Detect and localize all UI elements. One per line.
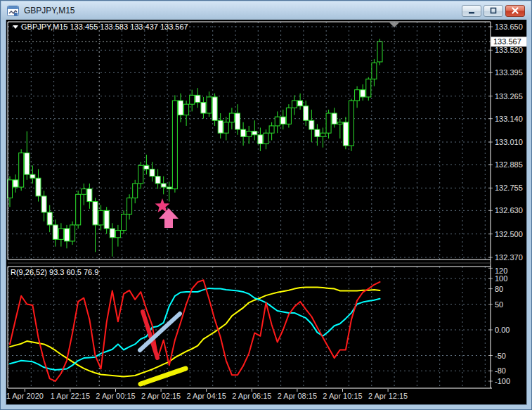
candle-body — [201, 103, 206, 113]
candle-body — [70, 225, 75, 241]
close-icon — [510, 6, 521, 15]
title-bar[interactable]: GBPJPY,M15 — [1, 1, 531, 20]
candle-body — [58, 229, 63, 239]
candle-body — [292, 101, 297, 108]
candle-body — [53, 225, 58, 240]
ohlc-header: GBPJPY,M15 133.455 133.583 133.437 133.5… — [21, 23, 188, 31]
candle-body — [87, 189, 92, 202]
window-title: GBPJPY,M15 — [24, 6, 74, 15]
candle-body — [212, 97, 217, 120]
price-axis-label: 132.630 — [495, 206, 523, 214]
candle-body — [122, 214, 126, 231]
restore-button[interactable] — [484, 5, 503, 17]
price-axis-label: 132.755 — [495, 184, 523, 192]
close-button[interactable] — [505, 5, 525, 17]
candle-body — [150, 169, 155, 176]
candle-body — [269, 126, 274, 133]
window-controls — [462, 5, 525, 17]
candle-body — [65, 229, 70, 241]
candle-body — [172, 101, 177, 189]
time-axis-label: 1 Apr 22:15 — [51, 392, 90, 400]
candle-body — [207, 97, 212, 113]
minimize-button[interactable] — [462, 5, 481, 17]
candle-body — [315, 129, 320, 136]
candle-body — [337, 122, 342, 124]
candle-body — [195, 95, 200, 102]
candle-body — [76, 194, 81, 225]
indicator-axis-label: -100 — [495, 377, 510, 385]
candle-body — [30, 174, 35, 178]
candle-body — [309, 120, 314, 129]
candle-body — [241, 129, 246, 136]
candle-body — [264, 133, 268, 143]
candle-body — [13, 180, 18, 187]
candle-body — [179, 101, 183, 115]
indicator-axis-label: -50 — [495, 352, 506, 360]
candle-body — [93, 202, 98, 225]
time-axis-label: 2 Apr 06:15 — [232, 392, 271, 400]
price-axis-label: 132.885 — [495, 160, 523, 169]
candle-body — [332, 113, 337, 124]
candle-body — [138, 165, 143, 184]
candle-body — [343, 122, 348, 146]
chart-client-bg[interactable] — [6, 20, 526, 404]
chart-window-icon — [7, 6, 19, 16]
candle-body — [155, 177, 160, 184]
current-price-value: 133.567 — [493, 37, 521, 46]
candle-body — [349, 101, 354, 146]
candle-body — [41, 196, 46, 212]
candle-body — [320, 133, 325, 136]
candle-body — [377, 41, 382, 62]
candle-body — [110, 229, 115, 238]
candle-body — [161, 184, 166, 187]
time-axis-label: 2 Apr 12:15 — [368, 392, 408, 400]
price-axis-label: 133.520 — [495, 46, 523, 54]
indicator-label: R(9,26,52) 93.3 60.5 76.9 — [11, 268, 98, 276]
candle-body — [36, 178, 41, 196]
candle-body — [19, 153, 24, 187]
candle-body — [275, 117, 280, 126]
candle-body — [229, 113, 234, 122]
chart-canvas[interactable]: 133.650133.520133.395133.265133.140133.0… — [1, 1, 532, 410]
candle-body — [372, 63, 377, 79]
time-axis-label: 2 Apr 02:15 — [141, 392, 181, 400]
price-axis-label: 133.010 — [495, 138, 523, 146]
indicator-axis-label: 100 — [495, 274, 507, 283]
chart-window: 133.650133.520133.395133.265133.140133.0… — [0, 0, 532, 410]
time-axis-label: 2 Apr 08:15 — [278, 392, 317, 400]
candle-body — [280, 117, 285, 124]
candle-body — [247, 132, 252, 137]
candle-body — [190, 95, 195, 104]
candle-body — [298, 101, 303, 106]
candle-body — [223, 122, 228, 133]
candle-body — [235, 113, 240, 129]
restore-icon — [488, 6, 499, 15]
price-axis-label: 133.650 — [495, 23, 523, 31]
candle-body — [98, 210, 103, 225]
candle-body — [218, 120, 223, 133]
time-axis-label: 2 Apr 00:15 — [96, 392, 135, 400]
price-axis-label: 133.140 — [495, 115, 523, 123]
indicator-axis-label: 0.00 — [495, 326, 510, 334]
candle-body — [304, 106, 309, 121]
price-axis-label: 133.265 — [495, 92, 523, 101]
candle-body — [25, 153, 30, 174]
price-axis-label: 132.370 — [495, 253, 523, 262]
candle-body — [258, 135, 263, 144]
price-axis-label: 132.500 — [495, 230, 523, 238]
minimize-icon — [466, 6, 477, 15]
candle-body — [115, 231, 120, 238]
candle-body — [326, 113, 331, 133]
candle-body — [366, 79, 371, 97]
time-axis-label: 2 Apr 04:15 — [187, 392, 226, 400]
candle-body — [133, 184, 138, 198]
candle-body — [104, 210, 109, 229]
price-axis-label: 133.395 — [495, 68, 523, 77]
candle-body — [8, 180, 13, 198]
indicator-axis-label: -80 — [495, 366, 506, 375]
indicator-axis-label: 50 — [495, 300, 503, 309]
candle-body — [144, 165, 149, 169]
indicator-axis-label: 80 — [495, 285, 503, 293]
candle-body — [361, 90, 365, 97]
candle-body — [47, 212, 52, 225]
